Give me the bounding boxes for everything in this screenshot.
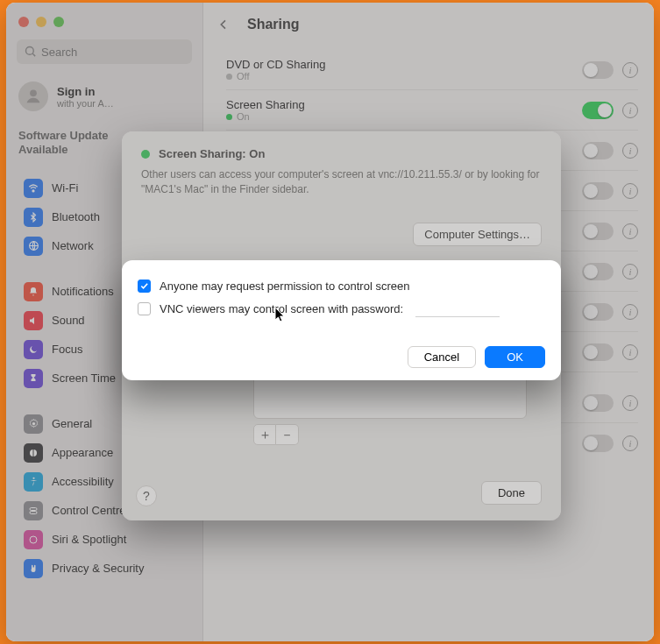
service-toggle[interactable] [582,263,614,280]
sidebar-item-privacy[interactable]: Privacy & Security [15,555,194,583]
info-icon[interactable]: i [622,264,638,280]
info-icon[interactable]: i [622,183,638,199]
avatar [18,81,48,111]
bluetooth-icon [24,208,43,227]
service-status: On [226,111,305,122]
cancel-button[interactable]: Cancel [408,346,476,368]
sidebar-item-label: Appearance [52,446,113,459]
remove-user-button[interactable]: － [276,424,299,445]
svg-point-0 [26,47,34,55]
service-name: Screen Sharing [226,98,305,111]
svg-rect-8 [30,507,37,510]
zoom-window-button[interactable] [53,17,64,27]
checkbox-request-permission[interactable] [138,280,151,293]
sidebar-item-siri[interactable]: Siri & Spotlight [15,526,194,554]
minimize-window-button[interactable] [36,17,46,27]
page-title: Sharing [247,17,300,32]
ok-button[interactable]: OK [485,346,545,368]
svg-point-3 [32,189,34,191]
computer-settings-button[interactable]: Computer Settings… [413,223,542,246]
svg-rect-9 [30,511,37,513]
info-icon[interactable]: i [622,103,638,118]
option-label: VNC viewers may control screen with pass… [160,302,403,315]
info-icon[interactable]: i [622,344,638,360]
sidebar-item-label: Accessibility [52,475,114,488]
sidebar-item-label: Screen Time [52,372,116,385]
service-toggle[interactable] [582,394,614,412]
add-user-button[interactable]: ＋ [253,424,276,445]
svg-point-7 [32,478,34,479]
sidebar-item-label: Wi-Fi [52,181,78,195]
add-remove-control: ＋ － [253,424,299,445]
info-icon[interactable]: i [622,62,638,78]
account-signin-label: Sign in [57,85,114,98]
bell-icon [24,282,43,301]
info-icon[interactable]: i [622,395,638,411]
hand-icon [24,559,43,578]
sidebar-item-label: Siri & Spotlight [52,533,126,546]
sidebar-item-label: Bluetooth [52,210,100,223]
sidebar-item-label: Notifications [52,285,114,298]
siri-icon [24,530,43,549]
search-input[interactable] [17,39,192,64]
close-window-button[interactable] [18,17,29,27]
account-sub-label: with your A… [57,98,114,109]
service-toggle[interactable] [582,303,614,321]
search-wrap [17,39,192,64]
sidebar-item-label: Sound [52,314,85,327]
service-toggle[interactable] [582,182,614,200]
info-icon[interactable]: i [622,304,638,320]
speaker-icon [24,311,43,330]
svg-point-10 [30,536,37,543]
service-toggle[interactable] [582,435,614,452]
dialog-actions: Cancel OK [408,346,545,368]
svg-point-2 [30,89,37,96]
computer-settings-dialog: Anyone may request permission to control… [122,260,561,380]
service-status: Off [226,71,325,81]
sidebar-item-label: Privacy & Security [52,562,144,575]
option-vnc-password[interactable]: VNC viewers may control screen with pass… [138,300,545,317]
sidebar-item-label: General [52,417,92,430]
info-icon[interactable]: i [622,223,638,239]
sidebar-item-label: Control Centre [52,504,126,517]
sheet-title: Screen Sharing: On [159,147,265,160]
service-toggle[interactable] [582,61,614,79]
settings-window: Sign in with your A… Software Update Ava… [6,3,654,641]
accessibility-icon [24,472,43,492]
info-icon[interactable]: i [622,435,638,451]
svg-line-1 [32,53,35,56]
sheet-title-row: Screen Sharing: On [141,147,542,160]
main-header: Sharing [203,3,654,46]
gear-icon [24,414,43,434]
wifi-icon [24,179,43,198]
checkbox-vnc-password[interactable] [138,302,151,315]
service-toggle[interactable] [582,102,614,119]
moon-icon [24,340,43,359]
service-toggle[interactable] [582,343,614,361]
done-button[interactable]: Done [481,481,542,505]
help-button[interactable]: ? [136,485,157,506]
sheet-description: Other users can access your computer's s… [141,167,542,197]
service-toggle[interactable] [582,142,614,159]
svg-point-5 [32,422,34,425]
sidebar-item-label: Network [52,239,94,252]
account-row[interactable]: Sign in with your A… [6,73,202,120]
network-icon [24,237,43,256]
service-row: Screen SharingOni [226,90,638,131]
option-request-permission[interactable]: Anyone may request permission to control… [138,280,545,293]
service-toggle[interactable] [582,223,614,240]
service-row: DVD or CD SharingOffi [226,50,638,90]
info-icon[interactable]: i [622,143,638,159]
status-dot-on [141,150,150,159]
back-button[interactable] [212,13,235,36]
hourglass-icon [24,369,43,388]
sidebar-item-label: Focus [52,343,82,356]
vnc-password-input[interactable] [415,300,500,317]
option-label: Anyone may request permission to control… [160,280,409,293]
search-icon [24,45,37,58]
appearance-icon [24,443,43,463]
window-traffic-lights [6,13,202,36]
controlcentre-icon [24,501,43,520]
service-name: DVD or CD Sharing [226,58,325,71]
